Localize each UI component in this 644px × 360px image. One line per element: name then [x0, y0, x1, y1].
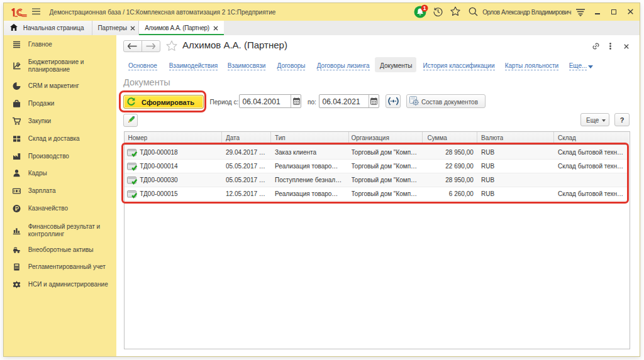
svg-text:Р: Р [18, 62, 19, 65]
svg-text:1: 1 [423, 5, 426, 11]
